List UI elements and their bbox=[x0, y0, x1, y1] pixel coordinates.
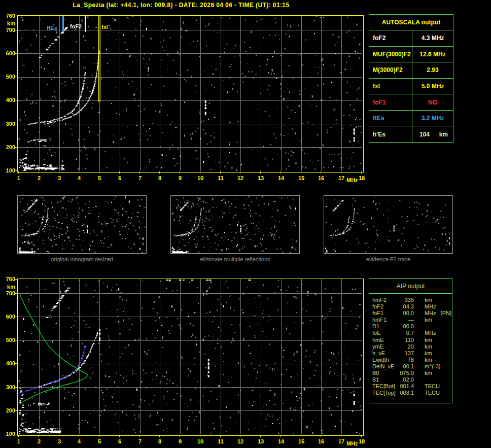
x-axis-tick bbox=[99, 435, 99, 437]
param-unit: km bbox=[425, 357, 432, 363]
param-unit: km bbox=[425, 297, 432, 303]
x-axis-tick-label: 9 bbox=[175, 438, 185, 444]
y-axis-tick-label: 600 bbox=[1, 50, 15, 56]
autoscala-app-window: La_Spezia (lat: +44.1, lon: 009.8) - DAT… bbox=[0, 0, 491, 448]
y-axis-tick-label: 200 bbox=[1, 144, 15, 150]
x-axis-tick-label: 7 bbox=[135, 438, 145, 444]
x-axis-tick-label: 12 bbox=[235, 438, 246, 444]
x-axis-tick-label: 14 bbox=[276, 438, 286, 444]
x-axis-tick bbox=[321, 171, 321, 174]
thumbnail-canvas bbox=[18, 196, 146, 253]
aip-output-table: AIP output hmF2335km foF204.3MHz foF100.… bbox=[369, 278, 452, 403]
bottom-ionogram-canvas bbox=[18, 279, 362, 434]
x-axis-tick bbox=[240, 171, 240, 174]
param-unit: MHz bbox=[425, 330, 436, 336]
param-value: 20 bbox=[399, 343, 414, 350]
y-axis-tick-label: 200 bbox=[1, 407, 15, 413]
y-axis-tick bbox=[15, 340, 17, 340]
x-axis-tick bbox=[321, 435, 321, 437]
y-axis-tick-label: 500 bbox=[1, 74, 15, 80]
y-axis-tick bbox=[15, 147, 17, 148]
autoscala-table-header: AUTOSCALA output bbox=[369, 15, 453, 30]
x-axis-tick bbox=[240, 435, 240, 437]
foF2-marker-label: foF2 bbox=[70, 23, 82, 29]
x-axis-tick bbox=[119, 435, 120, 437]
y-axis-tick-label: 500 bbox=[1, 337, 15, 343]
param-name: foF2 bbox=[372, 303, 399, 310]
x-axis-unit-label: MHz bbox=[346, 177, 360, 183]
aip-row-ymE: ymE20km bbox=[372, 343, 452, 350]
param-name: DelN_vE bbox=[372, 363, 399, 370]
thumbnail-original-ionogram bbox=[17, 195, 147, 254]
y-axis-tick bbox=[15, 30, 17, 30]
y-axis-tick-label: 700 bbox=[1, 27, 15, 33]
aip-table-body: hmF2335km foF204.3MHz foF100.0MHz[PN] hm… bbox=[369, 294, 452, 396]
param-unit: MHz bbox=[425, 303, 436, 310]
aip-row-h_vE: h_vE137km bbox=[372, 350, 452, 357]
x-axis-tick-label: 6 bbox=[115, 438, 125, 444]
y-axis-tick bbox=[15, 363, 17, 364]
y-axis-tick bbox=[15, 16, 17, 16]
x-axis-tick bbox=[39, 171, 39, 174]
aip-row-foE: foE0.7MHz bbox=[372, 330, 452, 336]
x-axis-tick-label: 16 bbox=[316, 175, 326, 181]
table-row-m3000f2: M(3000)F2 2.93 bbox=[369, 62, 453, 79]
aip-row-DelN_vE: DelN_vE00.1m^(-3) bbox=[372, 363, 452, 370]
row-label: MUF(3000)F2 bbox=[369, 47, 412, 62]
param-name: foF1 bbox=[372, 310, 399, 317]
x-axis-tick-label: 8 bbox=[155, 438, 165, 444]
y-axis-tick bbox=[15, 317, 17, 317]
y-axis-tick-label: 100 bbox=[1, 431, 15, 437]
y-axis-tick bbox=[15, 387, 17, 388]
x-axis-tick-label: 4 bbox=[74, 175, 84, 181]
param-value: 0.7 bbox=[399, 330, 414, 336]
x-axis-tick-label: 6 bbox=[115, 175, 125, 181]
param-name: TEC[Top] bbox=[372, 390, 399, 396]
x-axis-tick bbox=[301, 435, 301, 437]
x-axis-tick bbox=[361, 171, 362, 174]
aip-row-foF1: foF100.0MHz[PN] bbox=[372, 310, 452, 317]
thumbnail-caption: evidence F2 trace bbox=[324, 256, 453, 262]
x-axis-tick bbox=[180, 435, 180, 437]
param-unit: m^(-3) bbox=[425, 363, 440, 370]
param-name: hmE bbox=[372, 337, 399, 343]
x-axis-tick bbox=[59, 171, 59, 174]
fxl-marker-label: fxl bbox=[101, 24, 108, 30]
thumbnail-caption: original ionogram resized bbox=[17, 256, 147, 262]
param-name: Ewidth bbox=[372, 357, 399, 363]
x-axis-tick bbox=[159, 171, 160, 174]
param-value: --- bbox=[399, 317, 414, 323]
x-axis-tick-label: 3 bbox=[54, 175, 64, 181]
param-value: 001.4 bbox=[399, 383, 414, 390]
x-axis-tick bbox=[119, 171, 120, 174]
x-axis-tick bbox=[18, 435, 19, 437]
y-axis-tick-label: 400 bbox=[1, 360, 15, 366]
x-axis-tick bbox=[180, 171, 180, 174]
y-axis-tick bbox=[15, 410, 17, 411]
param-unit: km bbox=[425, 317, 432, 323]
row-value: 3.2 MHz bbox=[412, 111, 453, 126]
x-axis-tick-label: 8 bbox=[155, 175, 165, 181]
y-axis-tick bbox=[15, 53, 17, 54]
x-axis-tick bbox=[280, 435, 281, 437]
x-axis-tick bbox=[99, 171, 99, 174]
x-axis-tick bbox=[79, 435, 79, 437]
table-row-ftEs: ftEs 3.2 MHz bbox=[369, 111, 453, 127]
thumbnail-canvas bbox=[171, 196, 299, 253]
x-axis-tick bbox=[39, 435, 39, 437]
y-axis-tick bbox=[15, 170, 17, 171]
x-axis-tick bbox=[301, 171, 301, 174]
table-row-foF1: foF1 NO bbox=[369, 94, 453, 111]
x-axis-tick-label: 13 bbox=[256, 175, 266, 181]
param-unit: TECU bbox=[425, 390, 440, 396]
x-axis-tick-label: 1 bbox=[14, 438, 24, 444]
aip-row-hmF2: hmF2335km bbox=[372, 297, 452, 303]
aip-row-D1: D100.0 bbox=[372, 323, 452, 330]
param-name: h_vE bbox=[372, 350, 399, 357]
y-axis-tick-label: 760 bbox=[1, 13, 15, 19]
param-unit: km bbox=[425, 350, 432, 357]
x-axis-tick-label: 15 bbox=[296, 175, 306, 181]
x-axis-tick bbox=[341, 435, 341, 437]
param-value: 00.0 bbox=[399, 323, 414, 330]
aip-row-hmF1: hmF1---km bbox=[372, 317, 452, 323]
